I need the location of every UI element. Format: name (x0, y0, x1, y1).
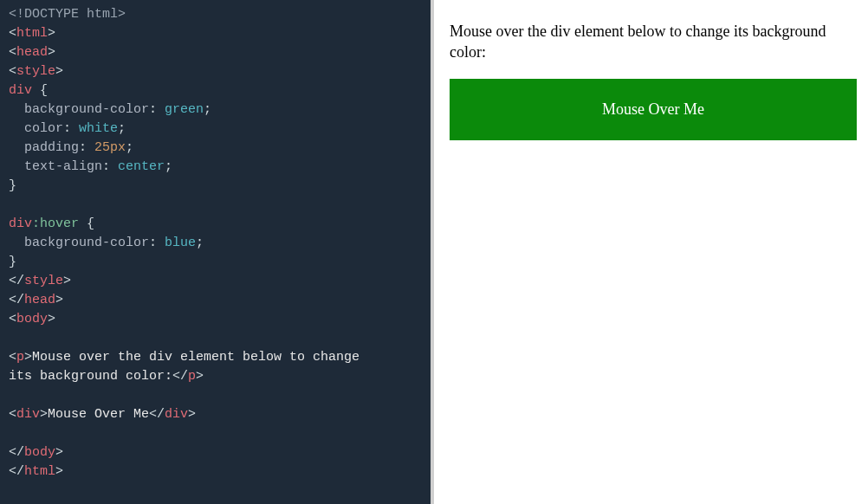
code-token: style (24, 274, 63, 288)
code-token: 25px (94, 140, 126, 155)
code-token: its background color: (9, 369, 172, 384)
code-token: text-align (24, 159, 102, 174)
code-token: Mouse over the div element below to chan… (32, 350, 367, 365)
code-token: > (55, 445, 63, 460)
code-token: { (79, 216, 94, 231)
code-token: :hover (32, 216, 79, 231)
code-token: div (16, 407, 40, 422)
code-token: < (9, 26, 16, 41)
code-editor-pane[interactable]: <!DOCTYPE html> <html> <head> <style> di… (0, 0, 434, 504)
code-token: </ (9, 445, 24, 460)
code-token: body (24, 445, 55, 460)
code-token: </ (149, 407, 165, 422)
code-token: green (165, 102, 204, 117)
code-token: { (32, 83, 48, 98)
code-token: background-color (24, 102, 149, 117)
code-token: background-color (24, 236, 149, 250)
code-token: } (9, 255, 16, 269)
code-token: > (188, 407, 196, 422)
code-token: center (118, 159, 165, 174)
code-token: body (16, 312, 48, 326)
code-token: < (9, 350, 16, 365)
code-token: < (9, 45, 16, 60)
code-token: < (9, 64, 16, 79)
preview-pane: Mouse over the div element below to chan… (434, 0, 868, 504)
code-token: </ (9, 464, 24, 479)
code-token: div (9, 216, 32, 231)
code-token: html (16, 26, 48, 41)
code-token: < (9, 312, 16, 326)
code-token: blue (165, 236, 196, 250)
code-token: > (24, 350, 32, 365)
code-token: </ (9, 274, 24, 288)
code-token: > (196, 369, 204, 384)
code-token: white (79, 121, 118, 136)
code-token: padding (24, 140, 79, 155)
code-token: } (9, 178, 16, 193)
code-token: > (48, 312, 55, 326)
code-token: <!DOCTYPE html> (9, 7, 126, 22)
code-token: style (16, 64, 55, 79)
code-token: > (55, 64, 63, 79)
code-token: > (63, 274, 71, 288)
hover-target-box[interactable]: Mouse Over Me (450, 79, 857, 140)
code-token: html (24, 464, 55, 479)
code-token: div (165, 407, 188, 422)
code-token: div (9, 83, 32, 98)
instruction-text: Mouse over the div element below to chan… (450, 21, 858, 63)
code-token: > (40, 407, 48, 422)
code-token: < (9, 407, 16, 422)
code-token: color (24, 121, 63, 136)
code-token: > (55, 293, 63, 307)
code-token: > (55, 464, 63, 479)
code-token: Mouse Over Me (48, 407, 149, 422)
code-token: > (48, 45, 55, 60)
code-token: head (24, 293, 55, 307)
code-token: > (48, 26, 55, 41)
code-token: </ (172, 369, 188, 384)
code-token: head (16, 45, 48, 60)
code-token: p (188, 369, 196, 384)
code-token: </ (9, 293, 24, 307)
code-token: p (16, 350, 24, 365)
